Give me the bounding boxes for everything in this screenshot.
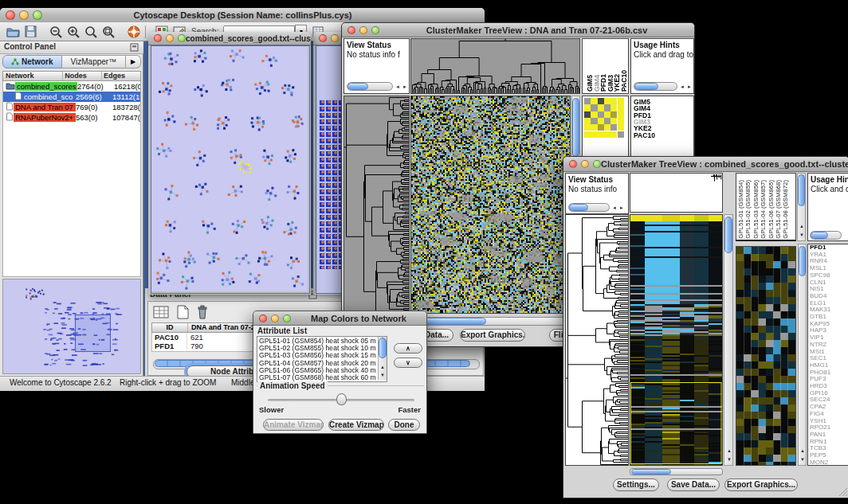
network-tree-row[interactable]: combined_sco2569(6)13112(15) — [3, 92, 140, 102]
heatmap-cell[interactable] — [591, 104, 597, 111]
tv2-status-scrollbar[interactable] — [568, 203, 610, 212]
heatmap-cell[interactable] — [591, 111, 597, 118]
tab-network[interactable]: Network — [2, 55, 62, 68]
minimize-button[interactable] — [166, 34, 174, 42]
close-button[interactable] — [154, 34, 162, 42]
attribute-listbox[interactable]: GPL51-01 (GSM854) heat shock 05 minGPL51… — [257, 336, 387, 382]
scroll-down-arrow[interactable]: ▼ — [798, 232, 806, 238]
heatmap-cell[interactable] — [604, 98, 610, 104]
attribute-list-scrollbar[interactable]: ▲ ▼ — [378, 337, 387, 380]
create-vizmap-button[interactable]: Create Vizmap — [328, 419, 384, 431]
heatmap-cell[interactable] — [604, 131, 610, 138]
network-table-header[interactable]: Network Nodes Edges — [2, 71, 141, 81]
scroll-right-arrow[interactable]: ► — [401, 84, 409, 90]
heatmap-cell[interactable] — [598, 131, 604, 138]
heatmap-cell[interactable] — [604, 111, 610, 118]
zoom-button[interactable] — [283, 315, 291, 322]
heatmap-cell[interactable] — [584, 118, 591, 124]
scroll-right-arrow[interactable]: ► — [685, 84, 693, 90]
done-button[interactable]: Done — [388, 419, 420, 431]
tv1-status-scrollbar[interactable] — [347, 82, 393, 91]
heatmap-cell[interactable] — [618, 131, 624, 138]
heatmap-cell[interactable] — [604, 104, 610, 111]
tv1-column-dendrogram[interactable] — [410, 38, 580, 94]
heatmap-cell[interactable] — [604, 124, 610, 131]
network-tree-row[interactable]: combined_scores2764(0)16218(0) — [3, 81, 140, 92]
scroll-down-arrow[interactable]: ▼ — [725, 456, 733, 463]
tv1-button-1[interactable]: Export Graphics... — [460, 329, 525, 342]
tv2-vertical-scrollbar[interactable]: ▲ ▼ — [724, 214, 733, 466]
minimize-button[interactable] — [271, 315, 279, 322]
heatmap-cell[interactable] — [598, 98, 604, 104]
tv2-button-2[interactable]: Export Graphics... — [724, 479, 798, 491]
heatmap-cell[interactable] — [604, 118, 610, 124]
attribute-list-item[interactable]: GPL51-07 (GSM868) heat shock 60 min — [259, 374, 376, 381]
scroll-up-arrow[interactable]: ▲ — [799, 447, 807, 454]
tv1-hints-scrollbar[interactable] — [634, 82, 677, 91]
close-button[interactable] — [319, 34, 327, 42]
save-icon[interactable] — [25, 25, 37, 37]
zoom-selected-icon[interactable] — [84, 25, 97, 38]
tv2-gene-list[interactable]: PFD1YRA1RNR4MSL1SPC98CLN1NIS1BUD4ELG1MAK… — [807, 244, 848, 466]
tv2-collabel-scrollbar[interactable]: ▲ ▼ — [797, 173, 806, 241]
heatmap-cell[interactable] — [591, 131, 597, 138]
heatmap-cell[interactable] — [598, 118, 604, 124]
close-button[interactable] — [347, 26, 355, 34]
tab-vizmapper[interactable]: VizMapper™ — [62, 55, 126, 68]
network-canvas[interactable] — [151, 45, 310, 294]
heatmap-cell[interactable] — [591, 98, 597, 104]
minimize-button[interactable] — [359, 26, 367, 34]
help-ring-icon[interactable] — [128, 25, 140, 38]
close-button[interactable] — [259, 315, 267, 322]
attribute-list-item[interactable]: GPL51-06 (GSM865) heat shock 40 min — [259, 367, 376, 374]
heatmap-cell[interactable] — [618, 111, 624, 118]
tv2-button-0[interactable]: Settings... — [613, 479, 659, 491]
tv1-gene-dendrogram[interactable] — [344, 96, 410, 314]
heatmap-cell[interactable] — [618, 104, 624, 111]
heatmap-cell[interactable] — [584, 131, 591, 138]
heatmap-cell[interactable] — [584, 111, 591, 118]
minimize-button[interactable] — [581, 160, 589, 168]
treeview2-title-bar[interactable]: ClusterMaker TreeView : combined_scores_… — [563, 157, 848, 172]
heatmap-cell[interactable] — [584, 104, 591, 111]
heatmap-cell[interactable] — [610, 98, 617, 104]
scroll-up-arrow[interactable]: ▲ — [379, 364, 387, 370]
tv2-button-1[interactable]: Save Data... — [667, 479, 720, 491]
open-file-icon[interactable] — [6, 25, 20, 37]
tv1-horizontal-scrollbar[interactable] — [410, 317, 580, 326]
heatmap-cell[interactable] — [618, 124, 624, 131]
scroll-up-arrow[interactable]: ▲ — [798, 223, 806, 229]
heatmap-cell[interactable] — [598, 124, 604, 131]
tv1-global-heatmap[interactable] — [410, 96, 571, 314]
heatmap-cell[interactable] — [584, 124, 591, 131]
new-attribute-icon[interactable] — [175, 304, 190, 320]
table-icon[interactable] — [152, 304, 170, 320]
scroll-up-arrow[interactable]: ▲ — [725, 447, 733, 454]
treeview1-title-bar[interactable]: ClusterMaker TreeView : DNA and Tran 07-… — [342, 23, 694, 37]
zoom-out-icon[interactable] — [49, 25, 62, 38]
dialog-title-bar[interactable]: Map Colors to Network — [253, 311, 426, 326]
scroll-right-arrow[interactable]: ► — [618, 205, 626, 211]
tv2-global-heatmap[interactable] — [630, 214, 723, 466]
tv2-gene-dendrogram[interactable] — [565, 214, 629, 466]
scroll-down-arrow[interactable]: ▼ — [379, 372, 387, 378]
gene-label[interactable]: MON2 — [808, 459, 848, 466]
attribute-list-item[interactable]: GPL51-04 (GSM857) heat shock 20 min — [259, 360, 376, 367]
heatmap-cell[interactable] — [610, 131, 617, 138]
main-title-bar[interactable]: Cytoscape Desktop (Session Name: collins… — [0, 8, 485, 23]
network-title-bar[interactable]: combined_scores_good.txt--cluste... — [148, 32, 311, 45]
zoom-button[interactable] — [371, 26, 379, 34]
close-button[interactable] — [6, 10, 15, 20]
resize-grip[interactable] — [838, 487, 848, 497]
network-tree-row[interactable]: DNA and Tran 07769(0)183728(0) — [3, 102, 140, 112]
speed-slider-thumb[interactable] — [336, 393, 347, 405]
scroll-down-arrow[interactable]: ▼ — [799, 456, 807, 463]
heatmap-cell[interactable] — [591, 124, 597, 131]
tv2-horizontal-scrollbar[interactable] — [630, 468, 723, 475]
heatmap-cell[interactable] — [584, 98, 591, 104]
heatmap-cell[interactable] — [610, 118, 617, 124]
close-button[interactable] — [569, 160, 577, 168]
attribute-list-item[interactable]: GPL51-02 (GSM855) heat shock 10 min — [259, 345, 376, 352]
zoom-fit-icon[interactable] — [102, 25, 115, 38]
float-panel-icon[interactable] — [130, 43, 139, 52]
